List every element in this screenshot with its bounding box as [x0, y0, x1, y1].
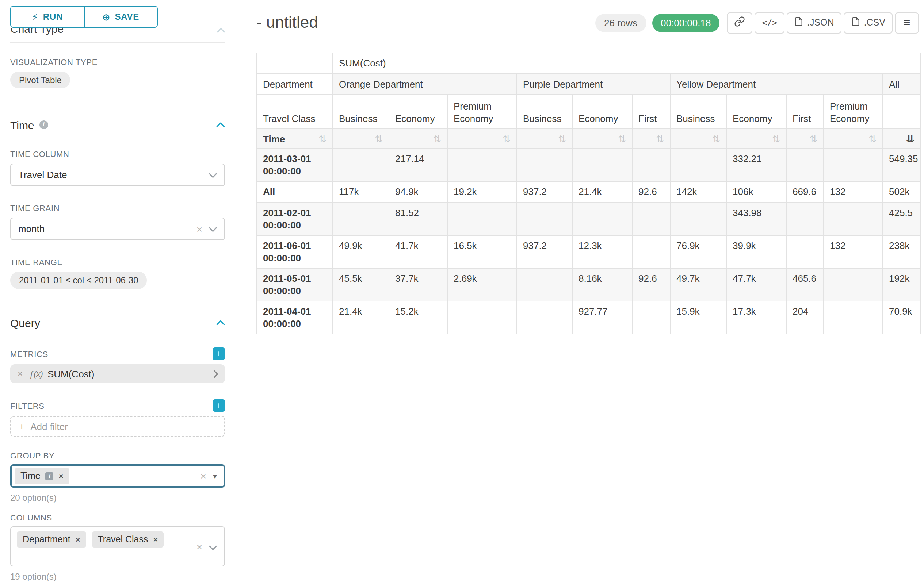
- sort-icon[interactable]: ⇅: [809, 134, 817, 143]
- sort-icon[interactable]: ⇅: [558, 134, 566, 143]
- pivot-sort-cell[interactable]: Time⇅: [257, 129, 333, 148]
- group-by-select[interactable]: Timei× × ▾: [10, 464, 225, 488]
- pivot-col-header: Premium Economy: [447, 95, 517, 129]
- download-csv-button[interactable]: .CSV: [844, 12, 893, 33]
- time-grain-value: month: [18, 224, 45, 234]
- time-grain-select[interactable]: month ×: [10, 217, 225, 240]
- pivot-value-cell: 142k: [670, 181, 726, 202]
- pivot-sort-cell[interactable]: ⇅: [517, 129, 572, 148]
- pivot-sort-cell[interactable]: ⇅: [572, 129, 632, 148]
- pivot-sort-cell[interactable]: ⇅: [447, 129, 517, 148]
- divider: [10, 42, 225, 43]
- pivot-value-cell: 39.9k: [726, 235, 786, 268]
- pivot-value-cell: [823, 268, 883, 301]
- pivot-column-axis-label: Department: [257, 73, 333, 95]
- sort-icon[interactable]: ⇅: [375, 134, 383, 143]
- chart-type-section-header[interactable]: Chart Type: [10, 28, 225, 37]
- chevron-right-icon[interactable]: [213, 370, 218, 378]
- chart-toolbar: 26 rows 00:00:00.18 </>: [595, 12, 919, 33]
- pivot-value-cell: 37.7k: [389, 268, 447, 301]
- chevron-down-icon[interactable]: [209, 540, 217, 553]
- chart-panel: - untitled 26 rows 00:00:00.18 </>: [238, 0, 924, 584]
- pivot-value-cell: 549.35: [883, 148, 921, 181]
- sort-icon[interactable]: ⇅: [433, 134, 441, 143]
- pivot-col-header: First: [632, 95, 670, 129]
- pivot-value-cell: [447, 148, 517, 181]
- remove-icon[interactable]: ×: [76, 535, 80, 543]
- pivot-sort-cell[interactable]: ⇅: [389, 129, 447, 148]
- remove-icon[interactable]: ×: [59, 472, 64, 480]
- group-by-label: GROUP BY: [10, 451, 225, 460]
- add-filter-button[interactable]: + Add filter: [10, 416, 225, 436]
- add-filter-plus-button[interactable]: +: [213, 399, 225, 412]
- save-button[interactable]: ⊕ SAVE: [84, 7, 157, 27]
- columns-select[interactable]: Department×Travel Class× ×: [10, 526, 225, 566]
- sort-icon[interactable]: ⇅: [772, 134, 780, 143]
- pivot-row: 2011-02-01 00:00:0081.52343.98425.5: [257, 202, 921, 235]
- run-save-button-group: ⚡ RUN ⊕ SAVE: [10, 6, 158, 28]
- sort-icon[interactable]: ⇅: [618, 134, 626, 143]
- menu-button[interactable]: ≡: [895, 12, 919, 33]
- sort-icon[interactable]: ⇅: [503, 134, 511, 143]
- clear-icon[interactable]: ×: [201, 471, 206, 481]
- chart-title[interactable]: - untitled: [256, 13, 318, 32]
- sort-icon[interactable]: ⇅: [318, 134, 327, 143]
- pivot-value-cell: 15.2k: [389, 301, 447, 334]
- menu-icon: ≡: [904, 17, 911, 28]
- run-button[interactable]: ⚡ RUN: [11, 7, 84, 27]
- clear-icon[interactable]: ×: [196, 224, 202, 234]
- pivot-value-cell: 49.9k: [333, 235, 389, 268]
- visualization-type-label: VISUALIZATION TYPE: [10, 58, 225, 66]
- clear-icon[interactable]: ×: [196, 541, 202, 551]
- query-section-header[interactable]: Query: [10, 315, 225, 330]
- chevron-down-icon[interactable]: [209, 224, 217, 234]
- sort-icon[interactable]: ⇅: [656, 134, 664, 143]
- pivot-sort-cell[interactable]: ⇅: [786, 129, 823, 148]
- sort-icon[interactable]: ⇅: [712, 134, 720, 143]
- pivot-value-cell: [632, 235, 670, 268]
- metric-pill[interactable]: × ƒ(x) SUM(Cost): [10, 364, 225, 383]
- pivot-sort-cell[interactable]: ⇊: [883, 129, 921, 148]
- sort-icon[interactable]: ⇅: [868, 134, 876, 143]
- caret-down-icon[interactable]: ▾: [213, 472, 217, 480]
- field-tag[interactable]: Department×: [17, 531, 86, 548]
- pivot-value-cell: 16.5k: [447, 235, 517, 268]
- download-json-button[interactable]: .JSON: [787, 12, 842, 33]
- pivot-sort-cell[interactable]: ⇅: [823, 129, 883, 148]
- remove-icon[interactable]: ×: [153, 535, 158, 543]
- pivot-row-axis-label: Time: [263, 133, 285, 144]
- pivot-value-cell: [333, 202, 389, 235]
- time-column-select[interactable]: Travel Date: [10, 163, 225, 186]
- pivot-row: 2011-03-01 00:00:00217.14332.21549.35: [257, 148, 921, 181]
- chevron-up-icon: [217, 28, 225, 35]
- copy-link-button[interactable]: [727, 12, 752, 33]
- pivot-value-cell: 41.7k: [389, 235, 447, 268]
- time-range-label: TIME RANGE: [10, 258, 225, 267]
- pivot-sort-cell[interactable]: ⇅: [333, 129, 389, 148]
- pivot-group-header: All: [883, 73, 921, 95]
- pivot-sort-cell[interactable]: ⇅: [670, 129, 726, 148]
- chevron-up-icon[interactable]: [216, 122, 225, 128]
- add-metric-button[interactable]: +: [213, 347, 225, 360]
- time-range-pill[interactable]: 2011-01-01 ≤ col < 2011-06-30: [10, 271, 147, 289]
- time-section-header[interactable]: Time i: [10, 118, 225, 132]
- pivot-row: All117k94.9k19.2k937.221.4k92.6142k106k6…: [257, 181, 921, 202]
- time-section-title: Time: [10, 118, 34, 131]
- pivot-value-cell: 217.14: [389, 148, 447, 181]
- field-tag[interactable]: Timei×: [15, 468, 69, 484]
- chevron-down-icon[interactable]: [209, 169, 217, 180]
- pivot-row: 2011-04-01 00:00:0021.4k15.2k927.7715.9k…: [257, 301, 921, 334]
- pivot-value-cell: [572, 202, 632, 235]
- pivot-sort-cell[interactable]: ⇅: [726, 129, 786, 148]
- pivot-value-cell: 132: [823, 181, 883, 202]
- pivot-value-cell: [517, 202, 572, 235]
- chevron-up-icon[interactable]: [216, 320, 225, 326]
- viz-type-pill[interactable]: Pivot Table: [10, 72, 71, 88]
- remove-icon[interactable]: ×: [18, 368, 23, 379]
- metrics-label: METRICS +: [10, 347, 225, 360]
- pivot-sort-cell[interactable]: ⇅: [632, 129, 670, 148]
- field-tag[interactable]: Travel Class×: [92, 531, 164, 548]
- sort-desc-icon[interactable]: ⇊: [906, 133, 914, 144]
- chart-type-heading: Chart Type: [10, 28, 64, 35]
- view-query-button[interactable]: </>: [754, 12, 784, 33]
